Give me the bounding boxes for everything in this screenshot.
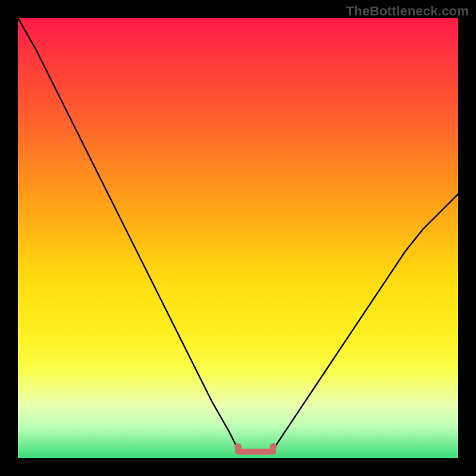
optimal-range-end-dot xyxy=(270,443,277,450)
chart-frame: TheBottleneck.com xyxy=(0,0,476,476)
bottleneck-curve xyxy=(18,18,458,458)
plot-area xyxy=(18,18,458,458)
curve-path xyxy=(18,18,458,454)
optimal-range-start-dot xyxy=(234,443,242,450)
watermark-text: TheBottleneck.com xyxy=(346,4,469,19)
